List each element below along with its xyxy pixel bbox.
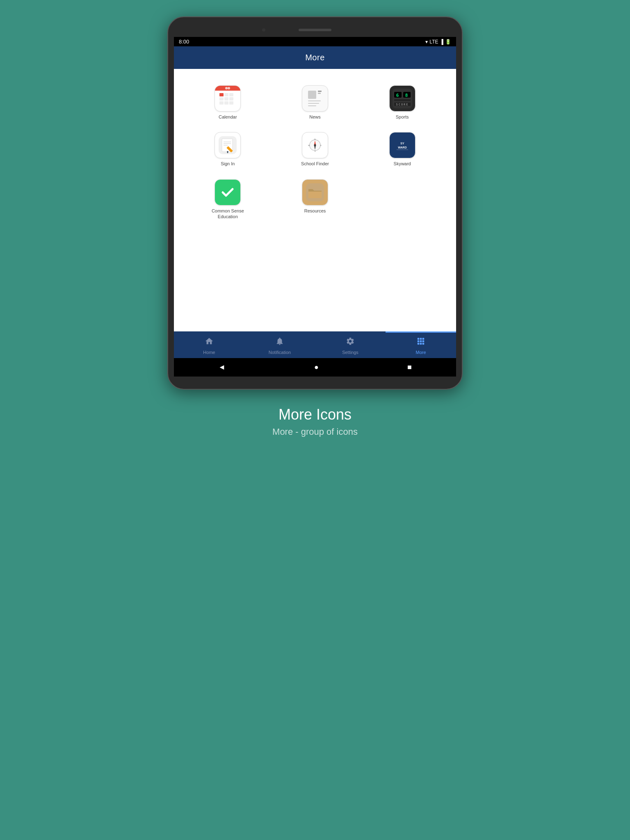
svg-rect-45 [418,340,420,342]
nav-more[interactable]: More [386,331,456,358]
svg-text:8: 8 [405,93,409,98]
nav-more-label: More [415,350,426,355]
calendar-item[interactable]: Calendar [186,81,269,124]
lte-label: LTE [429,39,438,45]
svg-rect-44 [422,338,425,340]
svg-text:E: E [320,144,322,146]
svg-rect-4 [229,93,233,96]
resources-icon [302,179,328,205]
caption-title: More Icons [272,406,358,423]
android-nav: ◄ ● ■ [174,358,456,377]
svg-text:N: N [315,138,316,140]
app-header: More [174,46,456,69]
header-title: More [305,53,325,62]
grid-icon [416,337,425,348]
cal-header [215,86,240,91]
scoreboard-svg: 6 8 SCORE [393,89,412,108]
news-icon [302,85,328,112]
svg-rect-36 [393,136,411,154]
svg-rect-40 [219,183,237,201]
signal-icon: ▐ [440,39,443,45]
signin-label: Sign In [221,161,235,167]
nav-notification-label: Notification [269,350,291,355]
nav-notification[interactable]: Notification [244,331,315,358]
news-item[interactable]: News [274,81,357,124]
svg-rect-49 [420,343,422,345]
skyward-item[interactable]: SY WARD Skyward [361,128,444,171]
svg-rect-9 [224,101,228,105]
status-time: 8:00 [179,39,189,45]
cal-dots-icon [225,87,231,90]
wifi-icon: ▾ [425,39,428,45]
tablet-shell: 8:00 ▾ LTE ▐ 🔋 More [167,16,463,390]
commonsense-icon [215,179,241,205]
svg-rect-5 [219,97,224,100]
schoolfinder-item[interactable]: N S E W School Finder [274,128,357,171]
svg-text:WARD: WARD [398,146,406,149]
svg-text:SY: SY [400,142,404,145]
calendar-label: Calendar [219,114,237,120]
svg-rect-16 [394,99,411,101]
commonsense-svg [219,183,237,201]
battery-icon: 🔋 [445,39,451,45]
bottom-nav: Home Notification Settings [174,331,456,358]
calendar-icon [215,85,241,112]
home-svg [205,337,214,346]
nav-settings[interactable]: Settings [315,331,386,358]
home-button[interactable]: ● [314,363,319,372]
sports-icon: 6 8 SCORE [389,85,415,112]
tablet-speaker [299,29,331,31]
skyward-svg: SY WARD [393,136,411,154]
svg-rect-6 [224,97,228,100]
icon-grid: Calendar [178,77,452,228]
bell-icon [275,337,284,348]
bottom-caption: More Icons More - group of icons [272,406,358,454]
svg-text:S: S [315,151,316,153]
svg-rect-10 [229,101,233,105]
sports-label: Sports [396,114,409,120]
signin-icon [215,132,241,158]
nav-settings-label: Settings [342,350,358,355]
schoolfinder-label: School Finder [301,161,329,167]
compass-svg: N S E W [308,138,322,153]
commonsense-label: Common Sense Education [211,208,244,220]
recents-button[interactable]: ■ [407,363,412,372]
caption-subtitle: More - group of icons [272,427,358,437]
nav-home[interactable]: Home [174,331,244,358]
svg-rect-2 [219,93,224,96]
back-button[interactable]: ◄ [218,363,226,372]
gear-svg [346,337,355,346]
sports-item[interactable]: 6 8 SCORE Sports [361,81,444,124]
content-area: Calendar [174,69,456,331]
svg-rect-50 [422,343,425,345]
resources-label: Resources [304,208,326,214]
svg-rect-46 [420,340,422,342]
svg-rect-48 [418,343,420,345]
tablet-camera [262,28,265,32]
nav-home-label: Home [203,350,215,355]
svg-rect-42 [418,338,420,340]
status-icons: ▾ LTE ▐ 🔋 [425,39,451,45]
svg-rect-43 [420,338,422,340]
resources-item[interactable]: Resources [274,175,357,224]
bell-svg [275,337,284,346]
news-label: News [309,114,321,120]
skyward-label: Skyward [394,161,411,167]
svg-point-1 [228,87,230,89]
svg-rect-47 [422,340,425,342]
svg-text:SCORE: SCORE [396,103,409,106]
cal-body [219,91,237,111]
svg-text:W: W [308,144,310,146]
commonsense-item[interactable]: Common Sense Education [186,175,269,224]
signin-item[interactable]: Sign In [186,128,269,171]
svg-point-31 [314,144,316,146]
svg-rect-7 [229,97,233,100]
home-icon [205,337,214,348]
svg-rect-3 [224,93,228,96]
status-bar: 8:00 ▾ LTE ▐ 🔋 [174,37,456,46]
svg-point-0 [225,87,228,89]
gear-icon [346,337,355,348]
app-container: More [174,46,456,358]
schoolfinder-icon: N S E W [302,132,328,158]
svg-rect-8 [219,101,224,105]
